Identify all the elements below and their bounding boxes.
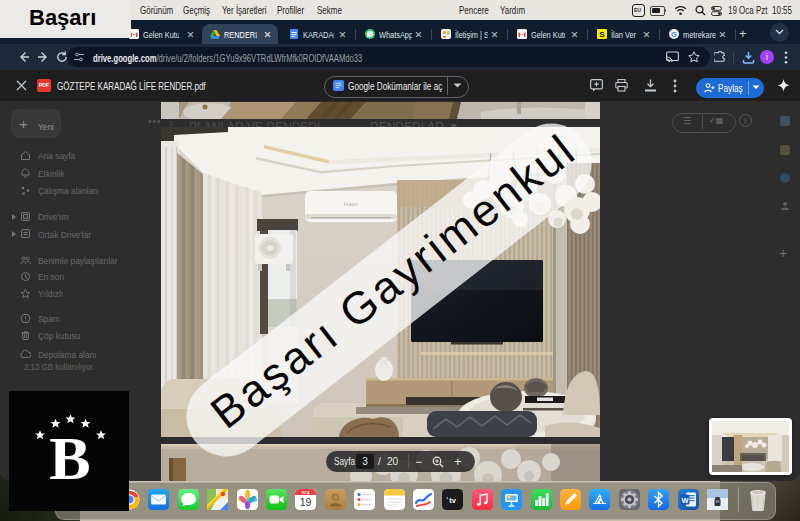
svg-text:S: S xyxy=(599,30,605,39)
svg-text:Haier: Haier xyxy=(344,201,358,207)
svg-text:OCA: OCA xyxy=(302,491,310,495)
svg-text:B: B xyxy=(49,424,90,492)
svg-text:W: W xyxy=(681,496,689,505)
svg-text:G: G xyxy=(671,30,677,39)
svg-text:tv: tv xyxy=(450,496,457,505)
svg-text:19: 19 xyxy=(300,496,312,508)
